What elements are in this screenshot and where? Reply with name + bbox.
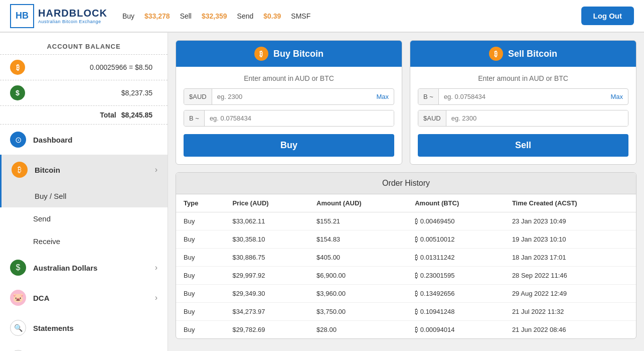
logo-icon: HB xyxy=(10,4,34,28)
sell-btc-input[interactable] xyxy=(439,89,606,104)
sidebar-label-statements: Statements xyxy=(33,324,157,332)
aud-balance-row: $ $8,237.35 xyxy=(0,80,168,106)
cell-price: $33,062.11 xyxy=(225,212,309,230)
sidebar-label-bitcoin: Bitcoin xyxy=(35,166,148,174)
order-history-title: Order History xyxy=(176,173,636,194)
smsf-label: SMSF xyxy=(291,12,310,20)
col-type: Type xyxy=(176,194,225,212)
cell-type: Buy xyxy=(176,321,225,339)
logo-sub: Australian Bitcoin Exchange xyxy=(38,19,107,24)
table-row: Buy $29,349.30 $3,960.00 ₿ 0.13492656 29… xyxy=(176,285,636,303)
sidebar-label-send: Send xyxy=(33,214,51,223)
cell-amount-aud: $405.00 xyxy=(309,249,407,267)
cell-time: 29 Aug 2022 12:49 xyxy=(505,285,636,303)
aud-balance-value: $8,237.35 xyxy=(121,89,152,97)
buy-label: Buy xyxy=(122,12,134,20)
table-row: Buy $30,358.10 $154.83 ₿ 0.00510012 19 J… xyxy=(176,230,636,249)
buy-price: $33,278 xyxy=(144,12,170,20)
btc-icon: ₿ xyxy=(10,60,25,75)
cell-amount-btc: ₿ 0.23001595 xyxy=(407,267,505,285)
buy-btc-input[interactable] xyxy=(205,110,394,126)
cell-price: $29,349.30 xyxy=(225,285,309,303)
cell-amount-aud: $6,900.00 xyxy=(309,267,407,285)
order-table-body: Buy $33,062.11 $155.21 ₿ 0.00469450 23 J… xyxy=(176,212,636,339)
cell-type: Buy xyxy=(176,212,225,230)
buy-aud-input[interactable] xyxy=(212,89,372,104)
dca-arrow-icon: › xyxy=(155,293,157,302)
cell-amount-btc: ₿ 0.00510012 xyxy=(407,230,505,249)
cell-price: $29,782.69 xyxy=(225,321,309,339)
buy-max-button[interactable]: Max xyxy=(371,89,394,104)
table-row: Buy $29,997.92 $6,900.00 ₿ 0.23001595 28… xyxy=(176,267,636,285)
cell-type: Buy xyxy=(176,249,225,267)
btc-balance-value: 0.00025966 = $8.50 xyxy=(90,63,152,71)
col-price: Price (AUD) xyxy=(225,194,309,212)
cell-amount-aud: $3,960.00 xyxy=(309,285,407,303)
table-row: Buy $34,273.97 $3,750.00 ₿ 0.10941248 21… xyxy=(176,303,636,321)
buy-panel-body: Enter amount in AUD or BTC $AUD Max B ~ … xyxy=(176,67,402,164)
order-history-table: Type Price (AUD) Amount (AUD) Amount (BT… xyxy=(176,194,636,338)
logo-text: HARDBLOCK Australian Bitcoin Exchange xyxy=(38,8,107,24)
content: ₿ Buy Bitcoin Enter amount in AUD or BTC… xyxy=(168,33,644,351)
logout-button[interactable]: Log Out xyxy=(581,7,634,25)
sidebar-label-dca: DCA xyxy=(33,294,148,302)
col-amount-btc: Amount (BTC) xyxy=(407,194,505,212)
sidebar-item-buy-sell[interactable]: Buy / Sell xyxy=(0,185,168,207)
sell-max-button[interactable]: Max xyxy=(605,89,628,104)
table-row: Buy $30,886.75 $405.00 ₿ 0.01311242 18 J… xyxy=(176,249,636,267)
sidebar-label-receive: Receive xyxy=(33,237,60,246)
send-label: Send xyxy=(237,12,254,20)
cell-price: $29,997.92 xyxy=(225,267,309,285)
sell-btc-icon: ₿ xyxy=(489,47,503,61)
cell-amount-aud: $154.83 xyxy=(309,230,407,249)
cell-amount-btc: ₿ 0.13492656 xyxy=(407,285,505,303)
sidebar-item-aud[interactable]: $ Australian Dollars › xyxy=(0,253,168,283)
sidebar-label-buy-sell: Buy / Sell xyxy=(35,192,66,200)
buy-panel-header: ₿ Buy Bitcoin xyxy=(176,41,402,67)
logo: HB HARDBLOCK Australian Bitcoin Exchange xyxy=(10,4,107,28)
sell-btc-prefix: B ~ xyxy=(418,89,439,104)
cell-time: 21 Jun 2022 08:46 xyxy=(505,321,636,339)
aud-nav-icon: $ xyxy=(10,260,26,276)
sell-aud-prefix: $AUD xyxy=(418,110,446,126)
bitcoin-arrow-icon: › xyxy=(155,165,157,174)
account-balance-title: ACCOUNT BALANCE xyxy=(0,38,168,55)
buy-button[interactable]: Buy xyxy=(184,134,394,157)
dca-icon: 🐷 xyxy=(10,290,26,306)
table-header-row: Type Price (AUD) Amount (AUD) Amount (BT… xyxy=(176,194,636,212)
main-layout: ACCOUNT BALANCE ₿ 0.00025966 = $8.50 $ $… xyxy=(0,33,644,351)
sidebar-item-bitcoin[interactable]: ₿ Bitcoin › xyxy=(0,155,168,185)
total-value: $8,245.85 xyxy=(121,111,152,119)
cell-price: $30,358.10 xyxy=(225,230,309,249)
header: HB HARDBLOCK Australian Bitcoin Exchange… xyxy=(0,0,644,33)
buy-btc-icon: ₿ xyxy=(254,47,268,61)
cell-time: 23 Jan 2023 10:49 xyxy=(505,212,636,230)
cell-price: $30,886.75 xyxy=(225,249,309,267)
sell-button[interactable]: Sell xyxy=(418,134,628,157)
sell-aud-input-row: $AUD xyxy=(418,110,628,127)
btc-balance-row: ₿ 0.00025966 = $8.50 xyxy=(0,55,168,80)
sidebar-item-settings[interactable]: ⚙ Settings › xyxy=(0,343,168,351)
cell-time: 19 Jan 2023 10:10 xyxy=(505,230,636,249)
send-price: $0.39 xyxy=(263,12,281,20)
buy-panel-title: Buy Bitcoin xyxy=(273,49,324,59)
cell-amount-btc: ₿ 0.00094014 xyxy=(407,321,505,339)
sidebar-item-receive[interactable]: Receive xyxy=(0,230,168,253)
cell-time: 18 Jan 2023 17:01 xyxy=(505,249,636,267)
sidebar: ACCOUNT BALANCE ₿ 0.00025966 = $8.50 $ $… xyxy=(0,33,168,351)
cell-amount-aud: $3,750.00 xyxy=(309,303,407,321)
sidebar-item-send[interactable]: Send xyxy=(0,207,168,230)
buy-panel: ₿ Buy Bitcoin Enter amount in AUD or BTC… xyxy=(176,40,402,165)
order-history: Order History Type Price (AUD) Amount (A… xyxy=(176,172,636,339)
cell-type: Buy xyxy=(176,303,225,321)
total-row: Total $8,245.85 xyxy=(0,106,168,124)
sidebar-label-aud: Australian Dollars xyxy=(33,264,148,272)
sidebar-item-statements[interactable]: 🔍 Statements xyxy=(0,313,168,343)
sidebar-item-dca[interactable]: 🐷 DCA › xyxy=(0,283,168,313)
sell-aud-input[interactable] xyxy=(446,110,628,126)
buy-aud-input-row: $AUD Max xyxy=(184,88,394,105)
bitcoin-icon: ₿ xyxy=(12,162,28,178)
sell-panel: ₿ Sell Bitcoin Enter amount in AUD or BT… xyxy=(410,40,636,165)
cell-time: 21 Jul 2022 11:32 xyxy=(505,303,636,321)
sidebar-item-dashboard[interactable]: ⊙ Dashboard xyxy=(0,125,168,155)
